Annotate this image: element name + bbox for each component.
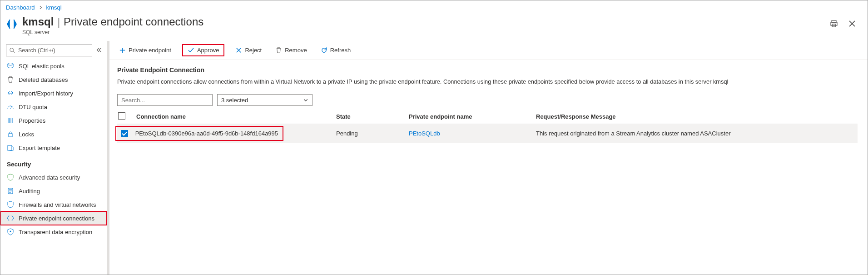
refresh-icon <box>321 47 327 54</box>
collapse-sidebar-button[interactable] <box>95 46 103 55</box>
filter-dropdown[interactable]: 3 selected <box>217 94 312 106</box>
sidebar-item-label: Deleted databases <box>19 76 68 83</box>
sidebar-nav: SQL elastic pools Deleted databases Impo… <box>0 59 107 155</box>
sidebar-item-label: Properties <box>19 117 45 124</box>
sidebar-item-label: DTU quota <box>19 104 47 110</box>
content-description: Private endpoint connections allow conne… <box>117 78 858 85</box>
import-export-icon <box>7 90 14 97</box>
connections-table: Connection name State Private endpoint n… <box>117 110 858 143</box>
col-pe-name[interactable]: Private endpoint name <box>409 113 536 120</box>
splitter[interactable] <box>107 41 109 275</box>
private-endpoint-link[interactable]: PEtoSQLdb <box>409 130 440 137</box>
checkmark-icon <box>188 47 194 54</box>
sidebar-item-import-export[interactable]: Import/Export history <box>0 86 107 100</box>
sidebar-item-advanced-security[interactable]: Advanced data security <box>0 170 107 184</box>
connection-search-input[interactable] <box>117 94 213 106</box>
svg-point-4 <box>8 63 13 65</box>
breadcrumb-current[interactable]: kmsql <box>46 4 62 11</box>
svg-point-3 <box>10 48 14 52</box>
sidebar-item-dtu-quota[interactable]: DTU quota <box>0 100 107 114</box>
col-state[interactable]: State <box>336 113 409 120</box>
sidebar: Search (Ctrl+/) SQL elastic pools Delete… <box>0 41 107 275</box>
sidebar-item-label: Advanced data security <box>19 174 80 181</box>
resource-type: SQL server <box>22 29 828 35</box>
firewall-icon <box>7 201 14 208</box>
remove-button[interactable]: Remove <box>273 45 309 55</box>
reject-button[interactable]: Reject <box>233 45 264 55</box>
sidebar-item-export-template[interactable]: Export template <box>0 141 107 155</box>
separator: | <box>57 16 60 28</box>
lock-icon <box>7 130 14 138</box>
sidebar-item-label: Locks <box>19 131 34 138</box>
cell-message: This request originated from a Stream An… <box>536 130 857 137</box>
search-icon <box>9 47 15 54</box>
sidebar-item-label: Import/Export history <box>19 90 73 97</box>
button-label: Refresh <box>330 47 351 54</box>
sidebar-section-security: Security <box>0 155 107 170</box>
trash-icon <box>275 47 282 54</box>
sidebar-item-firewalls[interactable]: Firewalls and virtual networks <box>0 198 107 211</box>
dropdown-label: 3 selected <box>221 97 248 104</box>
page-title: Private endpoint connections <box>64 15 203 28</box>
breadcrumb: Dashboard kmsql <box>0 0 868 15</box>
table-header: Connection name State Private endpoint n… <box>117 110 858 124</box>
sidebar-item-label: SQL elastic pools <box>19 63 64 70</box>
search-input[interactable]: Search (Ctrl+/) <box>6 45 92 56</box>
content-heading: Private Endpoint Connection <box>117 66 858 74</box>
svg-rect-0 <box>832 20 836 22</box>
toolbar: Private endpoint Approve Reject Remove R… <box>107 41 868 60</box>
button-label: Approve <box>197 47 219 54</box>
close-button[interactable] <box>847 18 858 30</box>
encryption-icon <box>7 228 14 235</box>
print-icon <box>830 20 838 27</box>
connection-name-highlight: PEtoSQLdb-0390e96a-aa0d-49f5-9d6b-148fd1… <box>115 126 283 141</box>
chevron-down-icon <box>303 97 308 103</box>
breadcrumb-root[interactable]: Dashboard <box>6 4 35 11</box>
shield-icon <box>7 174 14 181</box>
print-button[interactable] <box>828 18 839 30</box>
plus-icon <box>119 47 126 54</box>
sidebar-item-label: Auditing <box>19 188 40 195</box>
button-label: Remove <box>285 47 307 54</box>
sidebar-item-auditing[interactable]: Auditing <box>0 184 107 198</box>
row-checkbox[interactable] <box>121 130 128 137</box>
svg-rect-6 <box>8 145 12 150</box>
sidebar-item-elastic-pools[interactable]: SQL elastic pools <box>0 59 107 73</box>
svg-rect-5 <box>9 134 12 137</box>
col-connection-name[interactable]: Connection name <box>136 113 336 120</box>
resource-name: kmsql <box>22 15 54 28</box>
page-header: kmsql | Private endpoint connections SQL… <box>0 15 868 41</box>
sidebar-item-label: Private endpoint connections <box>19 215 94 222</box>
chevron-right-icon <box>39 4 43 11</box>
endpoint-icon <box>7 215 14 222</box>
x-icon <box>235 47 242 54</box>
search-placeholder: Search (Ctrl+/) <box>18 47 55 54</box>
close-icon <box>848 20 856 27</box>
select-all-checkbox[interactable] <box>118 112 125 120</box>
approve-button[interactable]: Approve <box>188 47 219 54</box>
sidebar-item-tde[interactable]: Transparent data encryption <box>0 225 107 239</box>
main-content: Private endpoint Approve Reject Remove R… <box>107 41 868 275</box>
svg-point-8 <box>10 231 11 232</box>
button-label: Reject <box>245 47 262 54</box>
auditing-icon <box>7 187 14 195</box>
sidebar-nav-security: Advanced data security Auditing Firewall… <box>0 170 107 239</box>
properties-icon <box>7 117 14 124</box>
sidebar-item-private-endpoint[interactable]: Private endpoint connections <box>0 211 107 225</box>
export-template-icon <box>7 144 14 151</box>
sidebar-item-label: Transparent data encryption <box>19 229 92 235</box>
elastic-pool-icon <box>7 62 14 70</box>
col-message[interactable]: Request/Response Message <box>536 113 857 120</box>
connection-name: PEtoSQLdb-0390e96a-aa0d-49f5-9d6b-148fd1… <box>135 130 278 137</box>
button-label: Private endpoint <box>129 47 171 54</box>
sidebar-item-properties[interactable]: Properties <box>0 114 107 127</box>
table-row[interactable]: PEtoSQLdb-0390e96a-aa0d-49f5-9d6b-148fd1… <box>117 124 858 143</box>
cell-state: Pending <box>336 130 409 137</box>
add-endpoint-button[interactable]: Private endpoint <box>116 45 174 55</box>
approve-button-highlight: Approve <box>182 44 224 56</box>
sidebar-item-locks[interactable]: Locks <box>0 127 107 141</box>
refresh-button[interactable]: Refresh <box>318 45 354 55</box>
sidebar-item-deleted-db[interactable]: Deleted databases <box>0 73 107 86</box>
chevron-left-double-icon <box>96 47 102 53</box>
trash-icon <box>7 76 14 83</box>
